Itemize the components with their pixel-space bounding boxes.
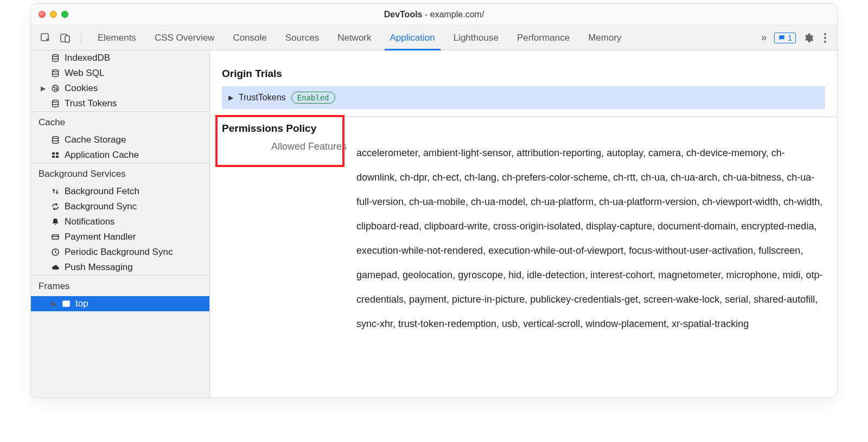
sidebar-section-cache: Cache xyxy=(31,111,209,132)
tab-sources[interactable]: Sources xyxy=(280,25,324,50)
card-icon xyxy=(50,232,60,242)
close-window-button[interactable] xyxy=(39,11,46,18)
window-title-target: example.com/ xyxy=(430,10,484,19)
svg-point-7 xyxy=(56,87,57,88)
origin-trial-row[interactable]: ▶ TrustTokens Enabled xyxy=(222,86,825,109)
window-title: DevTools - example.com/ xyxy=(384,10,484,20)
bell-icon xyxy=(50,217,60,227)
sidebar-bg-group: Background Fetch Background Sync Notific… xyxy=(31,184,209,275)
sidebar-storage-group: IndexedDB Web SQL ▶Cookies Trust Tokens xyxy=(31,50,209,111)
panel-body: IndexedDB Web SQL ▶Cookies Trust Tokens … xyxy=(31,50,837,398)
tab-memory[interactable]: Memory xyxy=(583,25,627,50)
svg-rect-15 xyxy=(56,156,59,158)
sidebar-item-websql[interactable]: Web SQL xyxy=(31,66,209,81)
expand-arrow-icon: ▶ xyxy=(228,94,233,101)
sidebar-item-frame-top[interactable]: ▶top xyxy=(31,296,209,311)
svg-point-10 xyxy=(53,100,59,103)
sidebar-item-indexeddb[interactable]: IndexedDB xyxy=(31,50,209,66)
sidebar-item-periodic-sync[interactable]: Periodic Background Sync xyxy=(31,245,209,260)
sidebar-cache-group: Cache Storage Application Cache xyxy=(31,132,209,163)
sidebar-item-push-messaging[interactable]: Push Messaging xyxy=(31,260,209,275)
origin-trials-section: Origin Trials ▶ TrustTokens Enabled xyxy=(210,65,837,117)
cookie-icon xyxy=(50,84,60,93)
frame-icon xyxy=(61,299,71,309)
issues-badge[interactable]: 1 xyxy=(774,33,796,43)
window-title-app: DevTools xyxy=(384,10,423,19)
expand-arrow-icon: ▶ xyxy=(41,85,46,92)
sidebar-item-cache-storage[interactable]: Cache Storage xyxy=(31,132,209,148)
issues-count: 1 xyxy=(788,34,792,42)
database-icon xyxy=(50,135,60,145)
svg-rect-16 xyxy=(52,235,59,239)
origin-trial-status-badge: Enabled xyxy=(291,92,335,104)
svg-point-11 xyxy=(53,137,59,139)
inspect-element-icon[interactable] xyxy=(39,31,53,45)
expand-arrow-icon: ▶ xyxy=(52,300,56,308)
cloud-icon xyxy=(50,262,60,272)
panel-tabs: Elements CSS Overview Console Sources Ne… xyxy=(92,25,627,50)
application-main-panel: Origin Trials ▶ TrustTokens Enabled Perm… xyxy=(210,50,837,398)
sidebar-section-frames: Frames xyxy=(31,275,209,296)
settings-gear-icon[interactable] xyxy=(801,31,815,45)
svg-rect-18 xyxy=(63,301,69,306)
more-menu-icon[interactable] xyxy=(821,33,829,43)
sidebar-item-cookies[interactable]: ▶Cookies xyxy=(31,81,209,96)
allowed-features-label: Allowed Features xyxy=(222,141,347,152)
sidebar-item-bg-sync[interactable]: Background Sync xyxy=(31,199,209,214)
sidebar-item-notifications[interactable]: Notifications xyxy=(31,214,209,229)
database-icon xyxy=(50,99,60,108)
svg-rect-13 xyxy=(56,152,59,155)
updown-icon xyxy=(50,187,60,196)
separator xyxy=(81,32,81,44)
window-controls xyxy=(39,11,68,18)
origin-trial-name: TrustTokens xyxy=(239,93,286,103)
svg-point-4 xyxy=(53,70,59,72)
sidebar-item-app-cache[interactable]: Application Cache xyxy=(31,148,209,163)
devtools-window: DevTools - example.com/ Elements CSS Ove… xyxy=(30,3,838,398)
tab-elements[interactable]: Elements xyxy=(92,25,142,50)
tab-application[interactable]: Application xyxy=(385,25,441,50)
origin-trials-heading: Origin Trials xyxy=(222,68,825,80)
tab-css-overview[interactable]: CSS Overview xyxy=(149,25,220,50)
tab-performance[interactable]: Performance xyxy=(512,25,575,50)
svg-point-3 xyxy=(53,55,59,57)
tab-network[interactable]: Network xyxy=(332,25,376,50)
clock-icon xyxy=(50,247,60,257)
svg-rect-12 xyxy=(52,152,55,155)
svg-rect-2 xyxy=(65,36,69,42)
svg-point-9 xyxy=(56,89,58,90)
svg-point-6 xyxy=(54,87,55,88)
sidebar-item-bg-fetch[interactable]: Background Fetch xyxy=(31,184,209,199)
minimize-window-button[interactable] xyxy=(50,11,57,18)
sidebar-item-payment-handler[interactable]: Payment Handler xyxy=(31,229,209,245)
allowed-features-list: accelerometer, ambient-light-sensor, att… xyxy=(356,141,825,336)
sidebar-section-bg: Background Services xyxy=(31,163,209,184)
sync-icon xyxy=(50,202,60,212)
devtools-toolbar: Elements CSS Overview Console Sources Ne… xyxy=(31,25,837,50)
sidebar-frames-group: ▶top xyxy=(31,296,209,311)
grid-icon xyxy=(50,150,60,160)
sidebar-item-trust-tokens[interactable]: Trust Tokens xyxy=(31,96,209,111)
permissions-policy-section: Permissions Policy Allowed Features acce… xyxy=(210,117,837,346)
permissions-policy-heading: Permissions Policy xyxy=(222,123,825,134)
tab-lighthouse[interactable]: Lighthouse xyxy=(448,25,504,50)
tab-console[interactable]: Console xyxy=(227,25,272,50)
svg-point-8 xyxy=(54,89,55,90)
device-toolbar-icon[interactable] xyxy=(58,31,72,45)
more-tabs-chevron-icon[interactable]: » xyxy=(759,32,769,43)
titlebar: DevTools - example.com/ xyxy=(31,4,837,25)
svg-rect-14 xyxy=(52,156,55,158)
zoom-window-button[interactable] xyxy=(61,11,68,18)
database-icon xyxy=(50,53,60,63)
application-sidebar: IndexedDB Web SQL ▶Cookies Trust Tokens … xyxy=(31,50,210,398)
database-icon xyxy=(50,68,60,78)
svg-point-5 xyxy=(52,85,59,92)
